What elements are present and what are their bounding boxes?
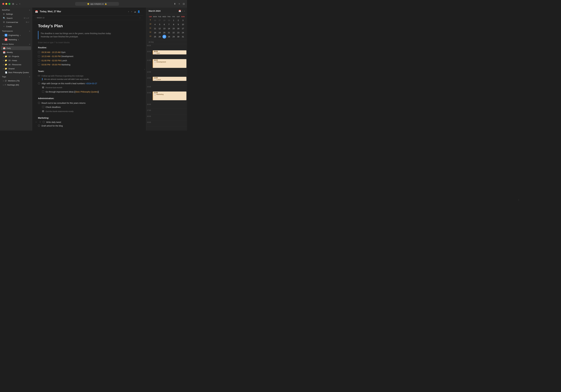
cal-day-2[interactable]: 2 [176,18,180,22]
task-tax[interactable]: Reach out to tax consultant for this yea… [38,101,137,105]
cal-day-feb26[interactable]: 26 [153,18,157,22]
sidebar-item-areas[interactable]: › 📁 20 - Areas [1,59,31,62]
sidebar-item-search[interactable]: 🔍 Search ⌘⌥+F [1,16,31,20]
task-checkbox-gym[interactable] [38,51,40,53]
cal-day-20[interactable]: 20 [162,31,166,34]
add-task-button[interactable]: ＋ [34,121,38,124]
sidebar-item-shared[interactable]: › 📁 Shared [1,67,31,71]
cal-day-19[interactable]: 19 [158,31,162,34]
task-checkbox-development[interactable] [38,55,40,57]
task-deadlines[interactable]: Check deadlines [42,105,137,109]
cal-day-21[interactable]: 21 [167,31,171,34]
week-num-10[interactable]: 10 [148,22,153,26]
event-marketing[interactable]: 15:00 📋 Marketing [153,92,186,100]
event-development[interactable]: 10:15 📋 Development [153,59,186,68]
week-num-13[interactable]: 13 [148,35,153,39]
task-gym[interactable]: 09:30 AM - 10:15 AM Gym [38,50,137,54]
cal-day-3[interactable]: 3 [181,18,185,22]
task-checkbox-improvement[interactable] [42,91,44,93]
week-num-9[interactable]: 9 [148,18,153,22]
cal-day-12[interactable]: 12 [158,27,162,30]
calendar-next-button[interactable]: › [184,10,185,12]
cal-day-1[interactable]: 1 [172,18,175,22]
cal-day-8[interactable]: 8 [172,22,175,26]
week-arrow-icon[interactable]: › [140,17,140,19]
cal-day-10[interactable]: 10 [181,22,185,26]
cal-day-23[interactable]: 23 [176,31,180,34]
cal-day-11[interactable]: 11 [153,27,157,30]
task-development[interactable]: 10:15 AM - 01:00 PM Development [38,54,137,58]
close-button[interactable] [2,3,4,5]
week-num-12[interactable]: 12 [148,31,153,34]
task-lunch[interactable]: 01:00 PM - 02:00 PM Lunch [38,59,137,63]
cal-day-6[interactable]: 6 [162,22,166,26]
task-circle-tax[interactable] [38,102,40,104]
sidebar-item-engineering[interactable]: › E Engineering › [1,33,31,37]
editor-panel[interactable]: 📅 Today, Wed, 27 Mar ‹ › ☁ 👤 › WEEK 13 ›… [32,8,143,131]
profile-button[interactable]: 👤 [137,10,140,13]
teamspaces-header[interactable]: Teamspaces ▾ [0,29,32,33]
task-checkbox-lunch[interactable] [38,59,40,62]
task-checkbox-marketing[interactable] [38,63,40,65]
sidebar-item-command-bar[interactable]: ⌘ Command bar ⌘+J [1,20,31,24]
task-circle-blog[interactable] [38,125,40,127]
calendar-prev-button[interactable]: ‹ [182,10,183,12]
task-marketing-routine[interactable]: 03:00 PM - 05:00 PM Marketing [38,63,137,67]
sidebar-item-resources[interactable]: › 📁 30 - Resources [1,63,31,66]
cal-day-28[interactable]: 28 [167,35,171,39]
layout-button[interactable]: ⌄ [16,2,18,5]
event-lunch[interactable]: 13:00 📋 Lunch [153,77,186,81]
prev-day-button[interactable]: ‹ [128,10,129,13]
private-notes-header[interactable]: Private Notes ▾ [0,42,32,46]
cal-day-27-today[interactable]: 27 [162,35,166,39]
wiki-link[interactable]: Stoic Philosophy Quotes [76,91,98,93]
calendar-timeline[interactable]: 09:00 10:00 09:30 📋 Gym 11:00 [146,44,187,131]
minimize-button[interactable] [5,3,7,5]
editor-content[interactable]: Today's Plan The deadline is near but th… [32,20,143,131]
week-num-11[interactable]: 11 [148,27,153,30]
cal-day-feb28[interactable]: 28 [162,18,166,22]
calendar-grid-view-button[interactable]: 📅 [179,10,181,12]
task-tweet[interactable]: Write daily tweet [43,121,61,124]
cal-day-feb27[interactable]: 27 [158,18,162,22]
task-blog[interactable]: Draft articel for the blog [38,124,137,128]
task-bank[interactable]: Get the bank statements ready [42,109,137,113]
sidebar-item-settings[interactable]: ⚙ Settings [1,12,31,16]
task-improvement[interactable]: Go through improvement ideas [[Stoic Phi… [42,90,137,94]
next-day-button[interactable]: › [131,10,133,13]
cal-day-16[interactable]: 16 [176,27,180,30]
cal-day-29[interactable]: 29 [172,35,175,39]
sidebar-toggle-button[interactable]: ⊞ [12,2,14,5]
event-gym[interactable]: 09:30 📋 Gym [153,50,186,54]
app-name-header[interactable]: NotePlan ▾ [0,8,32,12]
task-review[interactable]: Review last month [42,85,137,90]
cal-day-30[interactable]: 30 [176,35,180,39]
sidebar-item-projects[interactable]: › 📁 10 - Projects [1,54,31,58]
cal-day-14[interactable]: 14 [167,27,171,30]
task-george[interactable]: Align with George on this month's lead n… [38,82,137,85]
share-button[interactable]: ⬆ [174,2,176,5]
task-checkbox-deadlines[interactable] [42,106,44,108]
cal-day-feb29[interactable]: 29 [167,18,171,22]
collapse-panel-left[interactable]: ‹ [143,8,146,131]
sidebar-item-marketing[interactable]: › M Marketing › [1,38,31,41]
sidebar-item-create[interactable]: ＋ Create [1,24,31,29]
cal-day-13[interactable]: 13 [162,27,166,30]
task-circle-george[interactable] [38,82,40,84]
cal-day-25[interactable]: 25 [153,35,157,39]
task-checkbox-review[interactable] [42,86,44,88]
cal-day-18[interactable]: 18 [153,31,157,34]
task-circle-thomas[interactable] [38,75,40,77]
fullscreen-button[interactable] [9,3,10,5]
url-bar[interactable]: ⭐ app.noteplan.co 🔒 [75,2,119,6]
cal-day-31[interactable]: 31 [181,35,185,39]
cal-day-22[interactable]: 22 [172,31,175,34]
drag-handle-icon[interactable]: ⠿ [39,121,42,124]
tags-header[interactable]: Tags ▾ [0,74,32,79]
add-tab-button[interactable]: ＋ [178,2,180,5]
cal-day-9[interactable]: 9 [176,22,180,26]
cal-day-15[interactable]: 15 [172,27,175,30]
sidebar-item-stoic[interactable]: 📄 Stoic Philosophy Quotes [1,71,31,74]
task-thomas[interactable]: Follow up with Thomas regarding the rede… [38,74,137,78]
task-circle-tweet[interactable] [43,121,45,123]
